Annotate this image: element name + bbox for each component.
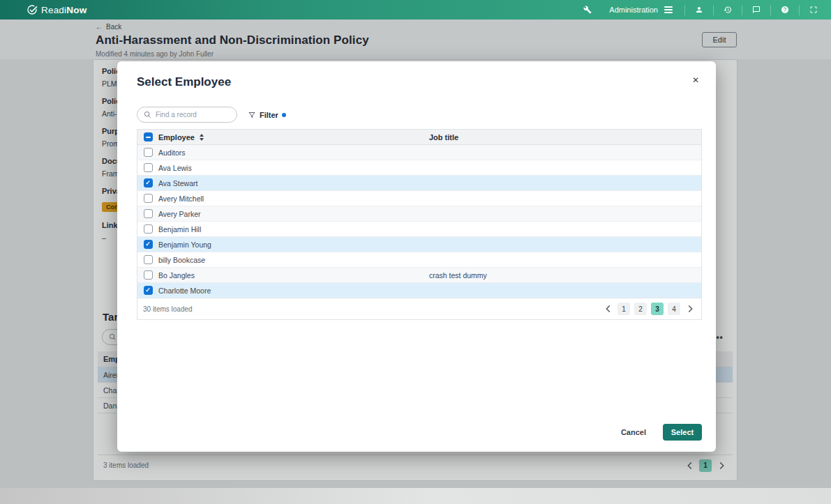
table-row[interactable]: billy Bookcase [137, 252, 701, 268]
employee-cell: Ava Stewart [158, 179, 429, 188]
search-icon [144, 111, 151, 119]
table-row[interactable]: Avery Mitchell [137, 191, 701, 206]
table-row[interactable]: Auditors [137, 145, 701, 160]
job-title-column-header[interactable]: Job title [429, 133, 701, 142]
row-checkbox[interactable] [144, 270, 153, 280]
employee-cell: Auditors [158, 148, 429, 157]
job-title-cell: crash test dummy [429, 271, 701, 280]
row-checkbox[interactable] [144, 255, 153, 264]
row-checkbox[interactable] [144, 240, 153, 249]
divider [713, 5, 714, 15]
divider [770, 5, 771, 15]
dialog-title: Select Employee [137, 75, 231, 89]
brand-text: ReadiNow [41, 5, 87, 15]
readinow-logo[interactable]: ReadiNow [27, 4, 87, 15]
cancel-button[interactable]: Cancel [621, 428, 646, 436]
row-checkbox[interactable] [144, 224, 153, 234]
page-button[interactable]: 3 [651, 303, 664, 315]
app-topbar: ReadiNow Administration [0, 0, 831, 20]
divider [684, 5, 685, 15]
employee-cell: Benjamin Hill [158, 225, 429, 234]
next-page-button[interactable] [684, 303, 696, 314]
row-checkbox[interactable] [144, 286, 153, 295]
page-button[interactable]: 1 [617, 303, 630, 315]
select-button[interactable]: Select [663, 424, 702, 441]
find-record-input[interactable] [156, 111, 248, 119]
select-employee-dialog: Select Employee ✕ Filter Employee Job ti… [117, 61, 716, 452]
menu-icon [664, 6, 673, 13]
history-icon[interactable] [719, 0, 737, 20]
employee-cell: Charlotte Moore [158, 287, 429, 295]
filter-label: Filter [260, 111, 278, 119]
table-header-row: Employee Job title [137, 130, 701, 145]
employee-cell: Avery Mitchell [158, 194, 429, 203]
divider [799, 5, 800, 15]
items-loaded-text: 30 items loaded [143, 305, 193, 313]
tools-wrench-icon[interactable] [578, 0, 597, 20]
table-row[interactable]: Charlotte Moore [137, 283, 701, 298]
row-checkbox[interactable] [144, 209, 153, 218]
table-row[interactable]: Benjamin Hill [137, 222, 701, 237]
close-icon[interactable]: ✕ [692, 75, 699, 85]
row-checkbox[interactable] [144, 178, 153, 188]
table-row[interactable]: Ava Lewis [137, 160, 701, 176]
table-row[interactable]: Avery Parker [137, 206, 701, 222]
employee-table: Employee Job title Auditors Ava Lewis Av… [137, 129, 702, 320]
page-button[interactable]: 4 [668, 303, 680, 315]
employee-cell: Avery Parker [158, 210, 429, 218]
fullscreen-icon[interactable] [804, 0, 823, 20]
employee-column-header[interactable]: Employee [158, 133, 429, 142]
administration-menu[interactable]: Administration [609, 6, 673, 14]
table-footer: 30 items loaded 1234 [137, 298, 701, 319]
employee-cell: billy Bookcase [158, 256, 429, 264]
filter-funnel-icon [248, 111, 256, 119]
table-row[interactable]: Benjamin Young [137, 237, 701, 252]
table-row[interactable]: Bo Jangles crash test dummy [137, 268, 701, 283]
row-checkbox[interactable] [144, 148, 153, 157]
select-all-checkbox[interactable] [144, 132, 153, 142]
footer-strip [0, 488, 831, 504]
row-checkbox[interactable] [144, 163, 153, 172]
employee-cell: Benjamin Young [158, 240, 429, 249]
filter-active-dot [282, 113, 286, 117]
user-icon[interactable] [690, 0, 708, 20]
table-row[interactable]: Ava Stewart [137, 176, 701, 191]
row-checkbox[interactable] [144, 194, 153, 203]
administration-label: Administration [609, 6, 658, 14]
employee-cell: Bo Jangles [158, 271, 429, 280]
chat-icon[interactable] [747, 0, 765, 20]
page-button[interactable]: 2 [634, 303, 647, 315]
sort-ascending-icon [200, 134, 204, 141]
table-body: Auditors Ava Lewis Ava Stewart Avery Mit… [137, 145, 701, 298]
filter-button[interactable]: Filter [248, 111, 286, 119]
help-icon[interactable] [776, 0, 794, 20]
prev-page-button[interactable] [602, 303, 613, 314]
modal-search-field[interactable] [137, 107, 237, 123]
employee-cell: Ava Lewis [158, 164, 429, 172]
divider [742, 5, 742, 15]
check-logo-icon [27, 4, 38, 15]
